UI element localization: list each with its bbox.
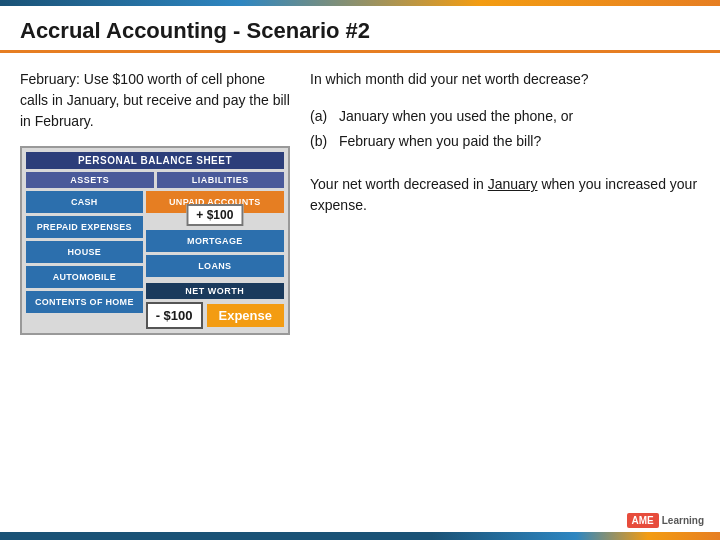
liabilities-column: UNPAID ACCOUNTS + $100 MORTGAGE LOANS NE… xyxy=(146,191,284,329)
answer-a-letter: (a) xyxy=(310,104,335,129)
net-worth-value-row: - $100 Expense xyxy=(146,302,284,329)
net-worth-section: NET WORTH - $100 Expense xyxy=(146,283,284,329)
liabilities-header: LIABILITIES xyxy=(157,172,285,188)
asset-prepaid: PREPAID EXPENSES xyxy=(26,216,143,238)
answer-options: (a) January when you used the phone, or … xyxy=(310,104,700,154)
balance-sheet-title: PERSONAL BALANCE SHEET xyxy=(26,152,284,169)
question-text: In which month did your net worth decrea… xyxy=(310,69,700,90)
main-content: February: Use $100 worth of cell phone c… xyxy=(0,53,720,345)
unpaid-value-badge: + $100 xyxy=(186,204,243,226)
answer-a: (a) January when you used the phone, or xyxy=(310,104,700,129)
liability-mortgage: MORTGAGE xyxy=(146,230,284,252)
logo-box: AME xyxy=(627,513,659,528)
answer-a-text: January when you used the phone, or xyxy=(339,104,573,129)
liability-loans: LOANS xyxy=(146,255,284,277)
result-underline: January xyxy=(488,176,538,192)
bs-column-headers: ASSETS LIABILITIES xyxy=(26,172,284,188)
result-text: Your net worth decreased in January when… xyxy=(310,174,700,216)
assets-header: ASSETS xyxy=(26,172,154,188)
assets-column: CASH PREPAID EXPENSES HOUSE AUTOMOBILE C… xyxy=(26,191,143,329)
scenario-text: February: Use $100 worth of cell phone c… xyxy=(20,69,290,132)
bottom-accent-bar xyxy=(0,532,720,540)
page-header: Accrual Accounting - Scenario #2 xyxy=(0,6,720,53)
expense-badge: Expense xyxy=(207,304,284,327)
asset-cash: CASH xyxy=(26,191,143,213)
left-panel: February: Use $100 worth of cell phone c… xyxy=(20,69,290,335)
logo-text: Learning xyxy=(662,515,704,526)
asset-house: HOUSE xyxy=(26,241,143,263)
balance-sheet: PERSONAL BALANCE SHEET ASSETS LIABILITIE… xyxy=(20,146,290,335)
logo-area: AME Learning xyxy=(627,513,704,528)
page-title: Accrual Accounting - Scenario #2 xyxy=(20,18,700,44)
net-worth-label: NET WORTH xyxy=(146,283,284,299)
bs-rows: CASH PREPAID EXPENSES HOUSE AUTOMOBILE C… xyxy=(26,191,284,329)
net-worth-value: - $100 xyxy=(146,302,203,329)
result-line1: Your net worth decreased in xyxy=(310,176,484,192)
answer-b: (b) February when you paid the bill? xyxy=(310,129,700,154)
answer-b-text: February when you paid the bill? xyxy=(339,129,541,154)
answer-b-letter: (b) xyxy=(310,129,335,154)
right-panel: In which month did your net worth decrea… xyxy=(310,69,700,335)
asset-contents: CONTENTS OF HOME xyxy=(26,291,143,313)
asset-automobile: AUTOMOBILE xyxy=(26,266,143,288)
